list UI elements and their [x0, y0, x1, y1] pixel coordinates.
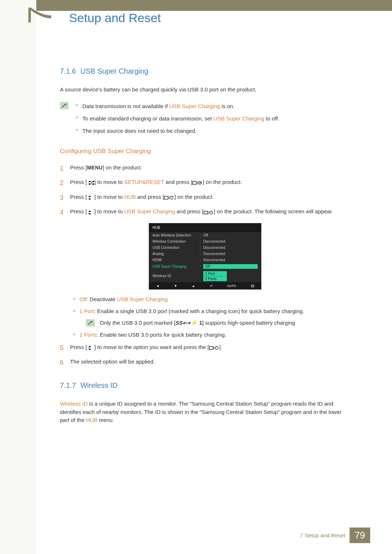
section-number: 7.1.6	[60, 67, 76, 75]
step-number: 6	[60, 357, 70, 368]
enter-return-icon	[209, 343, 219, 352]
page-title: Setup and Reset	[69, 11, 161, 25]
step-number: 3	[60, 192, 70, 204]
step-number: 1	[60, 163, 70, 174]
step-5: 5 Press [] to move to the option you wan…	[60, 342, 350, 354]
power-icon: ⏻	[251, 284, 254, 288]
auto-label: AUTO	[227, 284, 236, 288]
up-down-icon	[87, 208, 94, 217]
intro-paragraph: A source device's battery can be charged…	[60, 86, 350, 94]
step-number: 2	[60, 177, 70, 189]
osd-row: Analog:Disconnected	[149, 251, 261, 257]
step-3: 3 Press [] to move to HUB and press [] o…	[60, 192, 350, 204]
nav-left-icon: ◄	[156, 284, 159, 288]
osd-header: HUB	[149, 223, 261, 232]
wireless-id-paragraph: Wireless ID is a unique ID assigned to a…	[60, 400, 350, 424]
svg-rect-3	[209, 346, 213, 349]
section-title: USB Super Charging	[80, 67, 148, 75]
chapter-number: 7	[21, 6, 59, 24]
up-down-icon	[87, 343, 94, 352]
note-block: Data transmission is not available if US…	[60, 102, 350, 139]
left-margin	[0, 0, 36, 554]
option-list: Off: Deactivate USB Super Charging 1 Por…	[73, 295, 350, 340]
note-list: Data transmission is not available if US…	[76, 102, 350, 139]
note-icon	[60, 102, 69, 109]
up-down-icon	[87, 193, 94, 202]
enter-return-icon	[204, 208, 214, 217]
note-item-1: Data transmission is not available if US…	[76, 102, 350, 111]
menu-label: MENU	[87, 165, 103, 171]
section-number: 7.1.7	[60, 381, 76, 389]
osd-row: Auto Wireless Detection:Off	[149, 232, 261, 238]
osd-row: USB Connection:Disconnected	[149, 245, 261, 251]
enter-icon: ⏎	[210, 284, 213, 288]
option-off: Off: Deactivate USB Super Charging	[73, 295, 350, 304]
osd-footer: ◄ ▼ ▲ ⏎ AUTO ⏻	[149, 282, 261, 290]
nav-down-icon: ▼	[174, 284, 177, 288]
osd-row: HDMI:Disconnected	[149, 257, 261, 263]
content-area: 7.1.6USB Super Charging A source device'…	[60, 67, 350, 432]
osd-row-active: USB Super Charging:Off	[149, 263, 261, 270]
enter-return-icon	[192, 178, 203, 187]
osd-row: Wireless ID 1 Port 2 Ports	[149, 270, 261, 282]
ss-charge-icon: SS⟷⚡	[175, 320, 197, 326]
section-heading-716: 7.1.6USB Super Charging	[60, 67, 350, 75]
step-6: 6 The selected option will be applied.	[60, 357, 350, 368]
step-number: 4	[60, 207, 70, 218]
section-title: Wireless ID	[80, 381, 117, 389]
svg-rect-2	[204, 211, 208, 214]
sub-note: Only the USB 3.0 port marked [SS⟷⚡ 1] su…	[86, 318, 350, 328]
footer: 7 Setup and Reset 79	[300, 528, 370, 543]
svg-rect-0	[193, 181, 196, 184]
section-heading-717: 7.1.7Wireless ID	[60, 381, 350, 390]
option-1port: 1 Port: Enable a single USB 3.0 port (ma…	[73, 307, 350, 327]
osd-menu: HUB Auto Wireless Detection:Off Wireless…	[149, 223, 261, 290]
up-down-icon	[87, 178, 94, 187]
step-number: 5	[60, 342, 70, 354]
enter-return-icon	[164, 193, 174, 202]
svg-rect-1	[164, 196, 168, 199]
option-2ports: 2 Ports: Enable two USB 3.0 ports for qu…	[73, 330, 350, 340]
top-banner	[36, 0, 392, 11]
configuring-heading: Configuring USB Super Charging	[60, 148, 350, 155]
page-number: 79	[350, 528, 370, 543]
step-1: 1 Press [MENU] on the product.	[60, 163, 350, 174]
osd-row: Wireless Connection:Disconnected	[149, 238, 261, 245]
step-2: 2 Press [] to move to SETUP&RESET and pr…	[60, 177, 350, 189]
nav-up-icon: ▲	[192, 284, 195, 288]
note-icon	[86, 319, 95, 327]
note-item-3: The input source does not need to be cha…	[76, 127, 350, 135]
note-item-2: To enable standard charging or data tran…	[76, 114, 350, 123]
step-4: 4 Press [] to move to USB Super Charging…	[60, 207, 350, 218]
